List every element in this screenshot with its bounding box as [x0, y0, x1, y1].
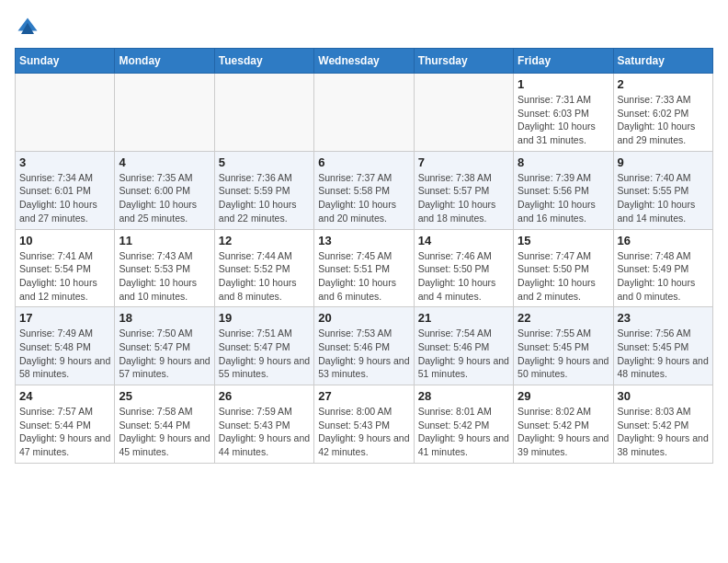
calendar-cell: [214, 74, 313, 152]
day-number: 26: [219, 389, 310, 403]
day-number: 10: [19, 234, 110, 247]
weekday-header: Thursday: [414, 49, 513, 74]
calendar-cell: 9 Sunrise: 7:40 AMSunset: 5:55 PMDayligh…: [613, 151, 712, 229]
day-info: Sunrise: 7:54 AMSunset: 5:46 PMDaylight:…: [418, 327, 509, 381]
calendar-cell: 30 Sunrise: 8:03 AMSunset: 5:42 PMDaylig…: [613, 385, 712, 464]
calendar-cell: 1 Sunrise: 7:31 AMSunset: 6:03 PMDayligh…: [514, 74, 613, 152]
calendar-cell: 3 Sunrise: 7:34 AMSunset: 6:01 PMDayligh…: [16, 151, 115, 229]
calendar-cell: 4 Sunrise: 7:35 AMSunset: 6:00 PMDayligh…: [115, 151, 214, 229]
day-info: Sunrise: 7:45 AMSunset: 5:51 PMDaylight:…: [318, 249, 409, 304]
calendar-cell: 28 Sunrise: 8:01 AMSunset: 5:42 PMDaylig…: [414, 385, 513, 464]
calendar-cell: 15 Sunrise: 7:47 AMSunset: 5:50 PMDaylig…: [514, 229, 613, 307]
day-number: 30: [618, 389, 709, 403]
calendar-week-row: 3 Sunrise: 7:34 AMSunset: 6:01 PMDayligh…: [16, 151, 713, 229]
weekday-header: Monday: [115, 49, 214, 74]
day-number: 12: [219, 234, 310, 247]
day-info: Sunrise: 7:37 AMSunset: 5:58 PMDaylight:…: [318, 171, 409, 225]
day-info: Sunrise: 7:31 AMSunset: 6:03 PMDaylight:…: [518, 93, 609, 147]
day-number: 22: [518, 311, 609, 325]
day-number: 1: [518, 77, 609, 91]
day-number: 27: [318, 389, 409, 403]
day-info: Sunrise: 7:44 AMSunset: 5:52 PMDaylight:…: [219, 249, 310, 304]
calendar-cell: 12 Sunrise: 7:44 AMSunset: 5:52 PMDaylig…: [214, 229, 313, 307]
page-header: [15, 15, 713, 40]
day-number: 5: [219, 155, 310, 169]
day-number: 4: [119, 155, 210, 169]
day-number: 15: [518, 234, 609, 247]
day-info: Sunrise: 7:35 AMSunset: 6:00 PMDaylight:…: [119, 171, 210, 225]
day-number: 25: [119, 389, 210, 403]
calendar-week-row: 24 Sunrise: 7:57 AMSunset: 5:44 PMDaylig…: [16, 385, 713, 464]
calendar-cell: [115, 74, 214, 152]
calendar-cell: 21 Sunrise: 7:54 AMSunset: 5:46 PMDaylig…: [414, 307, 513, 385]
day-info: Sunrise: 7:41 AMSunset: 5:54 PMDaylight:…: [19, 249, 110, 304]
day-info: Sunrise: 7:43 AMSunset: 5:53 PMDaylight:…: [119, 249, 210, 304]
day-info: Sunrise: 7:49 AMSunset: 5:48 PMDaylight:…: [19, 327, 110, 381]
day-info: Sunrise: 8:01 AMSunset: 5:42 PMDaylight:…: [418, 405, 509, 459]
day-info: Sunrise: 7:51 AMSunset: 5:47 PMDaylight:…: [219, 327, 310, 381]
calendar-cell: 29 Sunrise: 8:02 AMSunset: 5:42 PMDaylig…: [514, 385, 613, 464]
calendar-cell: 18 Sunrise: 7:50 AMSunset: 5:47 PMDaylig…: [115, 307, 214, 385]
calendar-cell: 26 Sunrise: 7:59 AMSunset: 5:43 PMDaylig…: [214, 385, 313, 464]
day-info: Sunrise: 7:58 AMSunset: 5:44 PMDaylight:…: [119, 405, 210, 459]
day-number: 11: [119, 234, 210, 247]
day-number: 8: [518, 155, 609, 169]
day-number: 13: [318, 234, 409, 247]
calendar-cell: 19 Sunrise: 7:51 AMSunset: 5:47 PMDaylig…: [214, 307, 313, 385]
day-number: 19: [219, 311, 310, 325]
day-info: Sunrise: 7:56 AMSunset: 5:45 PMDaylight:…: [618, 327, 709, 381]
day-number: 16: [618, 234, 709, 247]
day-info: Sunrise: 7:34 AMSunset: 6:01 PMDaylight:…: [19, 171, 110, 225]
calendar-cell: 2 Sunrise: 7:33 AMSunset: 6:02 PMDayligh…: [613, 74, 712, 152]
calendar-cell: [16, 74, 115, 152]
day-number: 23: [618, 311, 709, 325]
day-number: 28: [418, 389, 509, 403]
day-info: Sunrise: 7:38 AMSunset: 5:57 PMDaylight:…: [418, 171, 509, 225]
calendar-cell: 14 Sunrise: 7:46 AMSunset: 5:50 PMDaylig…: [414, 229, 513, 307]
day-info: Sunrise: 7:33 AMSunset: 6:02 PMDaylight:…: [618, 93, 709, 147]
calendar-cell: 10 Sunrise: 7:41 AMSunset: 5:54 PMDaylig…: [16, 229, 115, 307]
calendar-cell: 20 Sunrise: 7:53 AMSunset: 5:46 PMDaylig…: [314, 307, 414, 385]
day-info: Sunrise: 7:53 AMSunset: 5:46 PMDaylight:…: [318, 327, 409, 381]
day-number: 21: [418, 311, 509, 325]
calendar-week-row: 10 Sunrise: 7:41 AMSunset: 5:54 PMDaylig…: [16, 229, 713, 307]
day-number: 17: [19, 311, 110, 325]
day-number: 29: [518, 389, 609, 403]
calendar-cell: 7 Sunrise: 7:38 AMSunset: 5:57 PMDayligh…: [414, 151, 513, 229]
weekday-header: Tuesday: [214, 49, 313, 74]
calendar-cell: 11 Sunrise: 7:43 AMSunset: 5:53 PMDaylig…: [115, 229, 214, 307]
day-info: Sunrise: 7:39 AMSunset: 5:56 PMDaylight:…: [518, 171, 609, 225]
logo: [15, 15, 44, 40]
day-info: Sunrise: 7:47 AMSunset: 5:50 PMDaylight:…: [518, 249, 609, 304]
calendar-cell: 24 Sunrise: 7:57 AMSunset: 5:44 PMDaylig…: [16, 385, 115, 464]
day-info: Sunrise: 7:48 AMSunset: 5:49 PMDaylight:…: [618, 249, 709, 304]
calendar-week-row: 17 Sunrise: 7:49 AMSunset: 5:48 PMDaylig…: [16, 307, 713, 385]
calendar-cell: 13 Sunrise: 7:45 AMSunset: 5:51 PMDaylig…: [314, 229, 414, 307]
calendar-cell: 27 Sunrise: 8:00 AMSunset: 5:43 PMDaylig…: [314, 385, 414, 464]
day-info: Sunrise: 7:57 AMSunset: 5:44 PMDaylight:…: [19, 405, 110, 459]
calendar-cell: 22 Sunrise: 7:55 AMSunset: 5:45 PMDaylig…: [514, 307, 613, 385]
day-info: Sunrise: 8:00 AMSunset: 5:43 PMDaylight:…: [318, 405, 409, 459]
weekday-header: Sunday: [16, 49, 115, 74]
day-number: 9: [618, 155, 709, 169]
day-info: Sunrise: 7:55 AMSunset: 5:45 PMDaylight:…: [518, 327, 609, 381]
day-number: 24: [19, 389, 110, 403]
calendar-cell: [314, 74, 414, 152]
day-number: 3: [19, 155, 110, 169]
day-info: Sunrise: 7:40 AMSunset: 5:55 PMDaylight:…: [618, 171, 709, 225]
calendar-cell: 5 Sunrise: 7:36 AMSunset: 5:59 PMDayligh…: [214, 151, 313, 229]
day-number: 2: [618, 77, 709, 91]
weekday-header: Friday: [514, 49, 613, 74]
calendar-cell: 16 Sunrise: 7:48 AMSunset: 5:49 PMDaylig…: [613, 229, 712, 307]
day-info: Sunrise: 7:50 AMSunset: 5:47 PMDaylight:…: [119, 327, 210, 381]
logo-icon: [15, 15, 40, 40]
day-number: 18: [119, 311, 210, 325]
day-info: Sunrise: 7:46 AMSunset: 5:50 PMDaylight:…: [418, 249, 509, 304]
day-number: 7: [418, 155, 509, 169]
calendar-table: SundayMondayTuesdayWednesdayThursdayFrid…: [15, 48, 713, 464]
calendar-cell: 8 Sunrise: 7:39 AMSunset: 5:56 PMDayligh…: [514, 151, 613, 229]
day-number: 6: [318, 155, 409, 169]
calendar-cell: 6 Sunrise: 7:37 AMSunset: 5:58 PMDayligh…: [314, 151, 414, 229]
day-info: Sunrise: 7:59 AMSunset: 5:43 PMDaylight:…: [219, 405, 310, 459]
weekday-header: Saturday: [613, 49, 712, 74]
